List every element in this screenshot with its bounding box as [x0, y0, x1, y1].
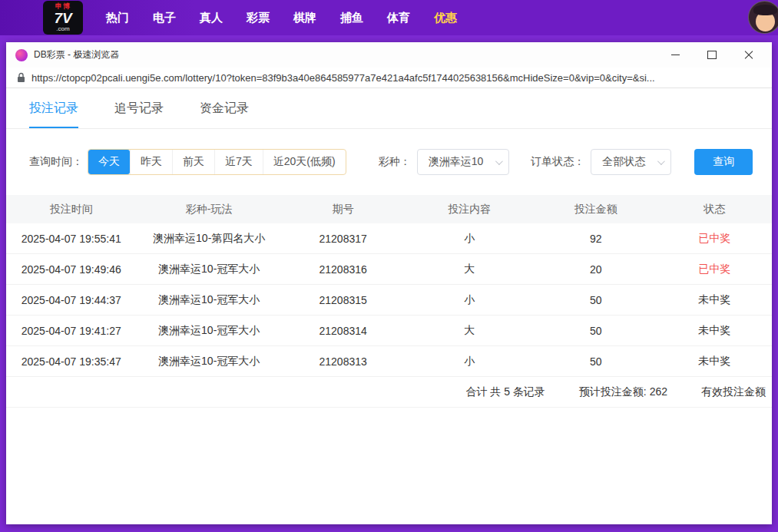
summary-total-count: 合计 共 5 条记录	[465, 385, 545, 399]
status-badge: 已中奖	[657, 263, 772, 276]
time-option-yesterday[interactable]: 昨天	[130, 150, 172, 174]
logo-text-7v: 7V	[54, 11, 71, 25]
bet-time: 2025-04-07 19:44:37	[6, 294, 136, 306]
table-row: 2025-04-07 19:55:41 澳洲幸运10-第四名大小 2120831…	[6, 223, 772, 254]
issue: 21208314	[282, 325, 405, 337]
header-bet-time: 投注时间	[6, 203, 136, 216]
lock-icon	[17, 72, 25, 83]
close-button[interactable]	[740, 48, 758, 63]
nav-item-cards[interactable]: 棋牌	[293, 11, 316, 25]
game-play: 澳洲幸运10-冠军大小	[136, 355, 281, 368]
game-play: 澳洲幸运10-冠军大小	[136, 263, 281, 276]
lottery-select-value: 澳洲幸运10	[429, 155, 484, 169]
table-row: 2025-04-07 19:35:47 澳洲幸运10-冠军大小 21208313…	[6, 346, 772, 377]
table-row: 2025-04-07 19:49:46 澳洲幸运10-冠军大小 21208316…	[6, 254, 772, 285]
nav-item-live[interactable]: 真人	[200, 11, 223, 25]
url-text: https://ctopcp02pcali.uengi5e.com/lotter…	[31, 72, 655, 84]
summary-expected-amount: 预计投注金额: 262	[579, 385, 667, 399]
db-lottery-app-icon	[15, 49, 28, 61]
header-bet-amount: 投注金额	[535, 203, 657, 216]
logo-text-com: .com	[56, 26, 69, 32]
bet-amount: 50	[535, 325, 657, 337]
issue: 21208315	[282, 294, 405, 306]
logo-text-cn: 申博	[55, 3, 71, 10]
search-button[interactable]: 查询	[694, 149, 753, 175]
order-status-label: 订单状态：	[531, 155, 584, 169]
page-content: 投注记录 追号记录 资金记录 查询时间： 今天 昨天 前天 近7天 近20天(低…	[6, 88, 772, 524]
bet-time: 2025-04-07 19:55:41	[6, 233, 136, 245]
window-title: DB彩票 - 极速浏览器	[34, 48, 666, 61]
bet-content: 小	[404, 355, 534, 368]
time-option-7days[interactable]: 近7天	[214, 150, 263, 174]
nav-item-hot[interactable]: 热门	[106, 11, 129, 25]
window-titlebar: DB彩票 - 极速浏览器	[6, 42, 772, 68]
maximize-button[interactable]	[703, 48, 721, 63]
bet-content: 小	[404, 293, 534, 307]
table-row: 2025-04-07 19:41:27 澳洲幸运10-冠军大小 21208314…	[6, 316, 772, 346]
site-logo[interactable]: 申博 7V .com	[43, 1, 83, 35]
browser-window: DB彩票 - 极速浏览器 https://ctopcp02pcali.uengi…	[6, 42, 772, 524]
time-filter-label: 查询时间：	[29, 155, 83, 169]
issue: 21208316	[282, 263, 405, 276]
lottery-filter-label: 彩种：	[379, 155, 411, 169]
order-status-value: 全部状态	[602, 155, 645, 169]
bet-time: 2025-04-07 19:35:47	[6, 355, 136, 368]
header-issue: 期号	[282, 203, 405, 216]
time-option-20days-lowfreq[interactable]: 近20天(低频)	[263, 150, 346, 174]
status-badge: 未中奖	[657, 293, 772, 307]
bet-amount: 50	[535, 294, 657, 306]
status-badge: 未中奖	[657, 324, 772, 338]
minimize-button[interactable]	[666, 48, 684, 63]
bet-content: 大	[404, 263, 534, 276]
bet-records-table: 投注时间 彩种-玩法 期号 投注内容 投注金额 状态 2025-04-07 19…	[6, 195, 772, 408]
bet-content: 小	[404, 232, 534, 246]
time-filter-group: 今天 昨天 前天 近7天 近20天(低频)	[88, 149, 346, 175]
game-play: 澳洲幸运10-冠军大小	[136, 293, 281, 307]
tab-bet-records[interactable]: 投注记录	[29, 101, 78, 128]
header-game-play: 彩种-玩法	[136, 203, 281, 216]
issue: 21208313	[282, 355, 405, 368]
header-bet-content: 投注内容	[404, 203, 534, 216]
summary-valid-amount: 有效投注金额	[701, 385, 766, 399]
nav-item-lottery[interactable]: 彩票	[247, 11, 270, 25]
filter-bar: 查询时间： 今天 昨天 前天 近7天 近20天(低频) 彩种： 澳洲幸运10 订…	[29, 149, 772, 175]
top-nav-bar: 申博 7V .com 热门 电子 真人 彩票 棋牌 捕鱼 体育 优惠	[0, 0, 778, 35]
tab-fund-records[interactable]: 资金记录	[200, 101, 249, 128]
time-option-today[interactable]: 今天	[88, 150, 130, 174]
table-row: 2025-04-07 19:44:37 澳洲幸运10-冠军大小 21208315…	[6, 285, 772, 316]
chevron-down-icon	[657, 157, 665, 165]
time-option-day-before[interactable]: 前天	[172, 150, 214, 174]
table-header-row: 投注时间 彩种-玩法 期号 投注内容 投注金额 状态	[6, 195, 772, 223]
game-play: 澳洲幸运10-第四名大小	[136, 232, 281, 246]
chevron-down-icon	[495, 157, 503, 165]
bet-time: 2025-04-07 19:49:46	[6, 263, 136, 276]
tab-chase-records[interactable]: 追号记录	[114, 101, 164, 128]
table-summary: 合计 共 5 条记录 预计投注金额: 262 有效投注金额	[6, 377, 772, 408]
nav-item-fishing[interactable]: 捕鱼	[340, 11, 363, 25]
game-play: 澳洲幸运10-冠军大小	[136, 324, 281, 338]
lottery-select[interactable]: 澳洲幸运10	[417, 149, 510, 175]
window-controls	[666, 48, 763, 63]
nav-item-slots[interactable]: 电子	[153, 11, 176, 25]
main-nav: 热门 电子 真人 彩票 棋牌 捕鱼 体育 优惠	[106, 11, 457, 25]
bet-content: 大	[404, 324, 534, 338]
nav-item-sports[interactable]: 体育	[387, 11, 410, 25]
bet-amount: 92	[535, 233, 657, 245]
address-bar[interactable]: https://ctopcp02pcali.uengi5e.com/lotter…	[6, 68, 772, 88]
record-tabs: 投注记录 追号记录 资金记录	[6, 88, 772, 129]
header-status: 状态	[657, 203, 772, 216]
bet-time: 2025-04-07 19:41:27	[6, 325, 136, 337]
issue: 21208317	[282, 233, 405, 245]
status-badge: 已中奖	[657, 232, 772, 246]
user-avatar[interactable]	[748, 1, 778, 34]
order-status-select[interactable]: 全部状态	[591, 149, 671, 175]
status-badge: 未中奖	[657, 355, 772, 368]
bet-amount: 50	[535, 355, 657, 368]
nav-item-promo[interactable]: 优惠	[434, 11, 457, 25]
bet-amount: 20	[535, 263, 657, 276]
